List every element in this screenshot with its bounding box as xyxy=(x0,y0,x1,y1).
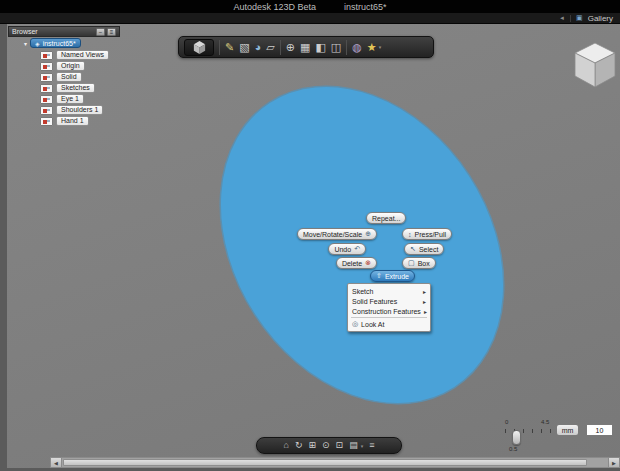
extrude-button[interactable]: ⇧ Extrude xyxy=(370,270,415,282)
navigation-toolbar: ⌂ ↻ ⊞ ⊙ ⊡ ▤ ▾ ≡ xyxy=(256,437,402,454)
browser-root-label: instruct65* xyxy=(43,40,76,47)
horizontal-scrollbar[interactable]: ◀ ▶ xyxy=(50,457,620,468)
undo-label: Undo xyxy=(334,246,351,253)
browser-root-row[interactable]: ▾ ◈ instruct65* xyxy=(24,38,81,48)
undo-button[interactable]: Undo ↶ xyxy=(328,243,366,255)
menu-item-look-at[interactable]: ◎ Look At xyxy=(348,319,430,329)
title-bar: Autodesk 123D Beta instruct65* xyxy=(0,0,620,13)
box-button[interactable]: ▢ Box xyxy=(402,257,436,269)
scrollbar-track[interactable] xyxy=(62,457,608,468)
menu-item-solid-features[interactable]: Solid Features ▸ xyxy=(348,296,430,306)
app-title: Autodesk 123D Beta xyxy=(233,2,316,12)
press-pull-label: Press/Pull xyxy=(415,231,447,238)
toolbar-separator xyxy=(219,40,220,55)
toolbar-separator xyxy=(280,40,281,55)
menu-item-label: Solid Features xyxy=(352,298,420,305)
split-tool-icon[interactable]: ◫ xyxy=(331,42,341,53)
pan-icon[interactable]: ⊞ xyxy=(309,441,317,450)
view-cube[interactable] xyxy=(570,40,620,92)
app-menu-button[interactable] xyxy=(184,39,214,56)
ruler-max-label: 4.5 xyxy=(541,419,549,425)
browser-item-label[interactable]: Named Views xyxy=(56,50,109,60)
move-rotate-scale-label: Move/Rotate/Scale xyxy=(303,231,362,238)
snap-slider-handle[interactable] xyxy=(512,430,521,445)
named-views-icon xyxy=(40,51,53,60)
browser-item-solid[interactable]: Solid xyxy=(40,72,82,82)
orbit-icon[interactable]: ↻ xyxy=(295,441,303,450)
material-tool-icon[interactable]: ◍ xyxy=(352,42,362,53)
menu-item-label: Look At xyxy=(361,321,426,328)
extrude-icon: ⇧ xyxy=(376,272,382,280)
caret-down-icon[interactable]: ▾ xyxy=(361,443,364,449)
scroll-right-icon[interactable]: ▶ xyxy=(608,457,620,468)
browser-item-origin[interactable]: Origin xyxy=(40,61,85,71)
submenu-arrow-icon: ▸ xyxy=(424,308,427,315)
pattern-tool-icon[interactable]: ▦ xyxy=(300,42,310,53)
look-at-icon: ◎ xyxy=(352,320,358,328)
primitive-sphere-icon[interactable]: ◕ xyxy=(255,42,262,53)
browser-item-eye[interactable]: Eye 1 xyxy=(40,94,84,104)
display-mode-icon[interactable]: ▤ xyxy=(349,441,358,450)
extrude-label: Extrude xyxy=(385,273,409,280)
browser-item-named-views[interactable]: Named Views xyxy=(40,50,109,60)
browser-item-label[interactable]: Origin xyxy=(56,61,85,71)
move-rotate-scale-button[interactable]: Move/Rotate/Scale ⊕ xyxy=(297,228,377,240)
main-toolbar: ✎ ▧ ◕ ▱ ⊕ ▦ ◧ ◫ ◍ ★ ▾ xyxy=(178,36,434,58)
menu-item-construction-features[interactable]: Construction Features ▸ xyxy=(348,306,430,316)
move-tool-icon[interactable]: ⊕ xyxy=(286,42,295,53)
snap-value-label: 0.5 xyxy=(509,446,517,452)
browser-item-label[interactable]: Shoulders 1 xyxy=(56,105,103,115)
browser-item-sketches[interactable]: Sketches xyxy=(40,83,95,93)
primitive-box-icon[interactable]: ▧ xyxy=(239,42,249,53)
menu-item-sketch[interactable]: Sketch ▸ xyxy=(348,286,430,296)
caret-down-icon[interactable]: ▾ xyxy=(379,44,382,50)
press-pull-button[interactable]: ↕ Press/Pull xyxy=(402,228,452,240)
scroll-left-icon[interactable]: ◀ xyxy=(50,457,62,468)
panel-menu-icon[interactable]: ≡ xyxy=(107,28,116,36)
scrollbar-thumb[interactable] xyxy=(63,459,587,466)
browser-item-shoulders[interactable]: Shoulders 1 xyxy=(40,105,103,115)
delete-button[interactable]: Delete ⊗ xyxy=(336,257,377,269)
menu-item-label: Construction Features xyxy=(352,308,421,315)
press-pull-icon: ↕ xyxy=(408,231,412,238)
browser-item-label[interactable]: Hand 1 xyxy=(56,116,89,126)
gallery-button[interactable]: Gallery xyxy=(588,14,613,23)
home-view-icon[interactable]: ⌂ xyxy=(284,441,289,450)
expander-icon[interactable]: ▾ xyxy=(24,40,27,47)
select-label: Select xyxy=(419,246,438,253)
units-button[interactable]: mm xyxy=(556,424,579,436)
select-button[interactable]: ↖ Select xyxy=(404,243,444,255)
zoom-icon[interactable]: ⊙ xyxy=(322,441,330,450)
gallery-bar: ◄ ▣ Gallery xyxy=(0,13,620,24)
browser-root-item[interactable]: ◈ instruct65* xyxy=(30,38,81,48)
repeat-button[interactable]: Repeat... xyxy=(366,212,406,224)
document-title: instruct65* xyxy=(344,2,387,12)
fit-view-icon[interactable]: ⊡ xyxy=(336,441,344,450)
browser-item-label[interactable]: Eye 1 xyxy=(56,94,84,104)
gallery-icon: ▣ xyxy=(576,14,583,22)
panel-minimize-icon[interactable]: − xyxy=(96,28,105,36)
submenu-arrow-icon: ▸ xyxy=(423,288,426,295)
effects-tool-icon[interactable]: ★ xyxy=(367,42,377,53)
menu-item-label: Sketch xyxy=(352,288,420,295)
context-menu: Sketch ▸ Solid Features ▸ Construction F… xyxy=(347,283,431,332)
grid-size-input[interactable] xyxy=(586,424,613,436)
menu-separator xyxy=(351,317,427,318)
box-label: Box xyxy=(418,260,430,267)
feature-icon xyxy=(40,95,53,104)
sketch-tool-icon[interactable]: ✎ xyxy=(225,42,234,53)
box-icon: ▢ xyxy=(408,259,415,267)
settings-icon[interactable]: ≡ xyxy=(369,441,374,450)
combine-tool-icon[interactable]: ◧ xyxy=(315,42,325,53)
divider xyxy=(570,15,571,22)
primitive-cylinder-icon[interactable]: ▱ xyxy=(266,42,274,53)
browser-panel-header[interactable]: Browser − ≡ xyxy=(8,26,120,37)
sketches-icon xyxy=(40,84,53,93)
repeat-label: Repeat... xyxy=(372,215,400,222)
collapse-panel-icon[interactable]: ◄ xyxy=(559,15,565,21)
cube-icon xyxy=(192,40,207,55)
move-icon: ⊕ xyxy=(365,230,371,238)
browser-item-label[interactable]: Solid xyxy=(56,72,82,82)
browser-item-label[interactable]: Sketches xyxy=(56,83,95,93)
browser-item-hand[interactable]: Hand 1 xyxy=(40,116,89,126)
